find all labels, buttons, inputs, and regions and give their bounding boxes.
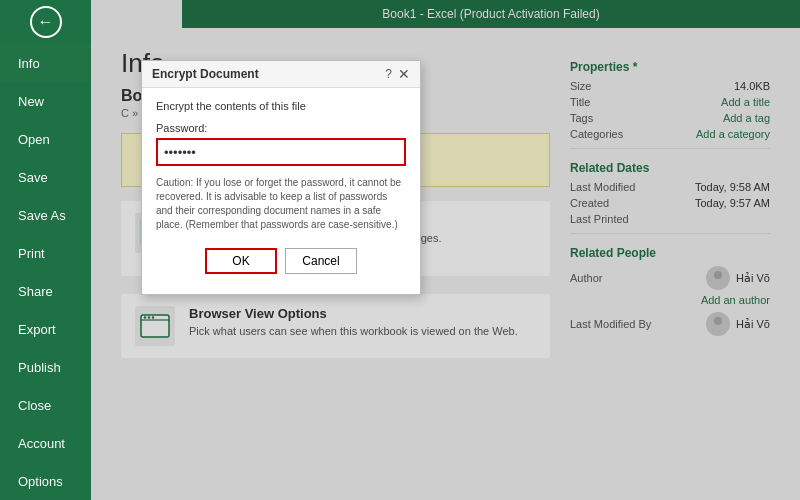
password-input-wrapper <box>156 138 406 166</box>
dialog-ok-button[interactable]: OK <box>205 248 277 274</box>
sidebar-item-publish[interactable]: Publish <box>0 348 91 386</box>
dialog-caution: Caution: If you lose or forget the passw… <box>156 176 406 232</box>
back-icon: ← <box>30 6 62 38</box>
dialog-controls: ? ✕ <box>385 67 410 81</box>
back-button[interactable]: ← <box>0 0 91 44</box>
sidebar-item-print[interactable]: Print <box>0 234 91 272</box>
main-content: Book1 - Excel (Product Activation Failed… <box>91 0 800 500</box>
sidebar: ← Info New Open Save Save As Print Share… <box>0 0 91 500</box>
dialog-title: Encrypt Document <box>152 67 259 81</box>
sidebar-item-export[interactable]: Export <box>0 310 91 348</box>
dialog-titlebar: Encrypt Document ? ✕ <box>142 61 420 88</box>
sidebar-item-share[interactable]: Share <box>0 272 91 310</box>
sidebar-bottom: Account Options <box>0 424 91 500</box>
sidebar-item-account[interactable]: Account <box>0 424 91 462</box>
dialog-help-button[interactable]: ? <box>385 67 392 81</box>
sidebar-item-close[interactable]: Close <box>0 386 91 424</box>
sidebar-item-save[interactable]: Save <box>0 158 91 196</box>
dialog-body: Encrypt the contents of this file Passwo… <box>142 88 420 294</box>
sidebar-item-save-as[interactable]: Save As <box>0 196 91 234</box>
dialog-cancel-button[interactable]: Cancel <box>285 248 357 274</box>
dialog-footer: OK Cancel <box>156 244 406 282</box>
dialog-password-label: Password: <box>156 122 406 134</box>
sidebar-item-options[interactable]: Options <box>0 462 91 500</box>
dialog-overlay: Encrypt Document ? ✕ Encrypt the content… <box>91 0 800 500</box>
password-input[interactable] <box>158 140 404 164</box>
sidebar-nav: Info New Open Save Save As Print Share E… <box>0 44 91 424</box>
dialog-description: Encrypt the contents of this file <box>156 100 406 112</box>
encrypt-dialog: Encrypt Document ? ✕ Encrypt the content… <box>141 60 421 295</box>
sidebar-item-open[interactable]: Open <box>0 120 91 158</box>
dialog-close-button[interactable]: ✕ <box>398 67 410 81</box>
sidebar-item-new[interactable]: New <box>0 82 91 120</box>
sidebar-item-info[interactable]: Info <box>0 44 91 82</box>
